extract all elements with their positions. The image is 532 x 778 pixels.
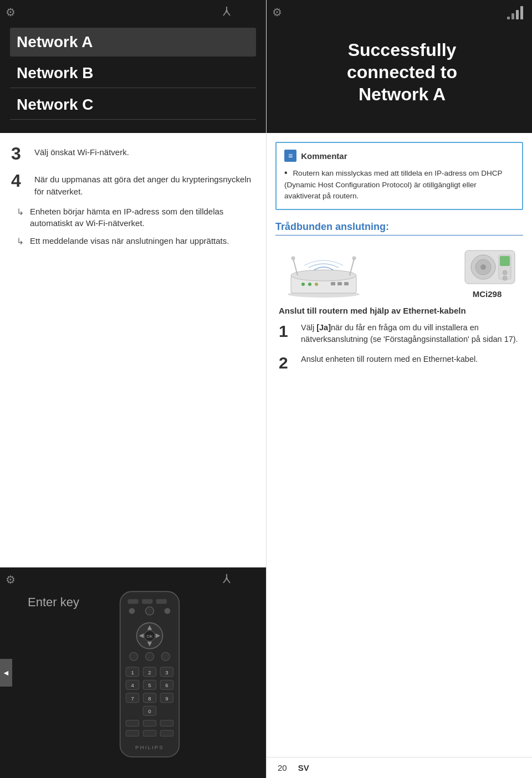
router-svg bbox=[281, 254, 367, 299]
svg-rect-50 bbox=[160, 730, 173, 736]
gear-icon-right: ⚙ bbox=[272, 6, 282, 19]
wired-connect-label: Anslut till routern med hjälp av Etherne… bbox=[275, 306, 523, 315]
success-title: Successfully connected to Network A bbox=[347, 39, 457, 105]
success-panel: ⚙ Successfully connected to Network A bbox=[267, 0, 532, 133]
wifi-icon-remote bbox=[221, 573, 233, 587]
remote-illustration: OK 1 2 3 4 5 bbox=[78, 588, 222, 768]
svg-rect-45 bbox=[126, 720, 139, 726]
step-4-num: 4 bbox=[11, 171, 28, 198]
arrow-icon-1: ↳ bbox=[17, 206, 30, 230]
svg-rect-68 bbox=[344, 282, 349, 285]
remote-panel: ⚙ Enter key ◄ bbox=[0, 567, 266, 778]
svg-point-64 bbox=[308, 283, 311, 286]
svg-point-12 bbox=[129, 608, 135, 614]
comment-box: ≡ Kommentar • Routern kan misslyckas med… bbox=[275, 142, 523, 210]
svg-rect-47 bbox=[160, 720, 173, 726]
comment-header: ≡ Kommentar bbox=[284, 150, 514, 162]
gear-icon-top-left: ⚙ bbox=[6, 6, 16, 19]
svg-rect-66 bbox=[331, 282, 335, 285]
svg-point-60 bbox=[291, 257, 295, 260]
svg-point-72 bbox=[480, 264, 486, 270]
signal-icon bbox=[507, 6, 524, 23]
svg-point-63 bbox=[301, 283, 305, 286]
wired-step-1: 1 Välj [Ja]när du får en fråga om du vil… bbox=[279, 322, 520, 346]
network-panel: ⚙ Network A Network B Network C bbox=[0, 0, 266, 133]
wired-step-2: 2 Anslut enheten till routern med en Eth… bbox=[279, 354, 520, 372]
right-column: ⚙ Successfully connected to Network A bbox=[266, 0, 532, 778]
page-number: 20 bbox=[278, 763, 287, 772]
device-svg bbox=[462, 245, 518, 289]
svg-rect-9 bbox=[128, 599, 139, 604]
svg-text:OK: OK bbox=[147, 634, 153, 639]
svg-rect-54 bbox=[516, 10, 519, 19]
svg-rect-48 bbox=[126, 730, 139, 736]
network-a-item[interactable]: Network A bbox=[10, 28, 256, 57]
svg-text:6: 6 bbox=[165, 682, 168, 688]
svg-text:3: 3 bbox=[165, 669, 168, 675]
svg-text:0: 0 bbox=[148, 708, 151, 714]
wired-section: Trådbunden anslutning: bbox=[267, 216, 532, 385]
svg-rect-53 bbox=[511, 13, 514, 19]
language-label: SV bbox=[298, 763, 309, 772]
svg-rect-74 bbox=[500, 256, 510, 266]
wired-step-2-num: 2 bbox=[279, 354, 294, 372]
device-name-label: MCi298 bbox=[473, 289, 508, 299]
svg-rect-11 bbox=[156, 599, 167, 604]
ja-bracket: [Ja] bbox=[316, 323, 331, 332]
svg-text:4: 4 bbox=[131, 682, 134, 688]
wired-title: Trådbunden anslutning: bbox=[275, 221, 523, 236]
svg-point-23 bbox=[146, 652, 154, 661]
svg-point-75 bbox=[503, 270, 507, 275]
device-illustration: MCi298 bbox=[275, 242, 523, 301]
comment-title: Kommentar bbox=[301, 151, 347, 161]
svg-point-13 bbox=[146, 607, 154, 615]
sub-step-1-text: Enheten börjar hämta en IP-adress som de… bbox=[30, 206, 255, 230]
sub-step-2-text: Ett meddelande visas när anslutningen ha… bbox=[30, 235, 229, 248]
page-footer: 20 SV bbox=[267, 757, 532, 778]
svg-text:9: 9 bbox=[165, 695, 168, 702]
svg-text:PHILIPS: PHILIPS bbox=[135, 744, 164, 750]
arrow-icon-2: ↳ bbox=[17, 235, 30, 248]
svg-rect-52 bbox=[507, 17, 510, 19]
step-3-text: Välj önskat Wi-Fi-nätverk. bbox=[34, 144, 129, 163]
sub-step-2: ↳ Ett meddelande visas när anslutningen … bbox=[17, 235, 255, 248]
svg-text:1: 1 bbox=[131, 669, 134, 675]
left-column: ⚙ Network A Network B Network C 3 Välj ö… bbox=[0, 0, 266, 778]
svg-point-24 bbox=[161, 652, 170, 661]
svg-rect-46 bbox=[143, 720, 156, 726]
svg-point-14 bbox=[165, 608, 171, 614]
comment-icon: ≡ bbox=[284, 150, 296, 162]
sub-step-1: ↳ Enheten börjar hämta en IP-adress som … bbox=[17, 206, 255, 230]
network-b-item[interactable]: Network B bbox=[10, 59, 256, 88]
wired-instructions: 1 Välj [Ja]när du får en fråga om du vil… bbox=[275, 322, 523, 372]
svg-rect-10 bbox=[142, 599, 152, 604]
svg-point-58 bbox=[291, 270, 356, 281]
wired-step-1-num: 1 bbox=[279, 322, 294, 346]
step-4: 4 När du uppmanas att göra det anger du … bbox=[11, 171, 255, 198]
svg-text:8: 8 bbox=[148, 695, 151, 702]
step-4-text: När du uppmanas att göra det anger du kr… bbox=[34, 171, 255, 198]
svg-point-76 bbox=[503, 276, 507, 280]
step-3-num: 3 bbox=[11, 144, 28, 163]
svg-rect-67 bbox=[337, 282, 342, 285]
wired-step-1-text: Välj [Ja]när du får en fråga om du vill … bbox=[301, 322, 520, 346]
back-arrow[interactable]: ◄ bbox=[0, 659, 12, 687]
comment-body: • Routern kan misslyckas med att tilldel… bbox=[284, 166, 514, 202]
svg-point-65 bbox=[315, 283, 318, 286]
instructions-section: 3 Välj önskat Wi-Fi-nätverk. 4 När du up… bbox=[0, 133, 266, 567]
svg-text:5: 5 bbox=[148, 682, 151, 688]
svg-rect-49 bbox=[143, 730, 156, 736]
step-3: 3 Välj önskat Wi-Fi-nätverk. bbox=[11, 144, 255, 163]
svg-point-62 bbox=[352, 257, 356, 260]
svg-point-22 bbox=[130, 652, 138, 661]
svg-text:2: 2 bbox=[148, 669, 151, 675]
svg-text:7: 7 bbox=[131, 695, 134, 702]
wifi-icon-top-left bbox=[221, 6, 233, 19]
wired-step-2-text: Anslut enheten till routern med en Ether… bbox=[301, 354, 478, 372]
network-c-item[interactable]: Network C bbox=[10, 90, 256, 120]
gear-icon-remote: ⚙ bbox=[6, 573, 16, 586]
svg-rect-55 bbox=[520, 6, 523, 19]
enter-key-label: Enter key bbox=[28, 595, 79, 610]
